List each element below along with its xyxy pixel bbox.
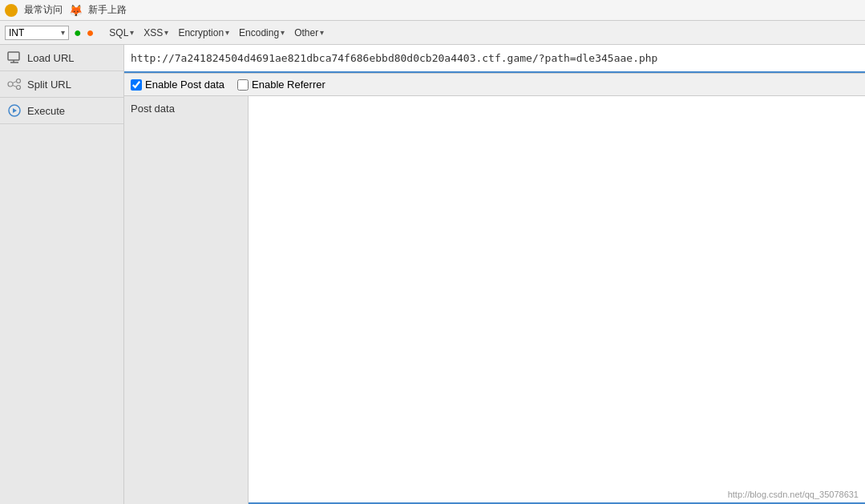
firefox-icon: 🦊 xyxy=(69,4,82,17)
sidebar: Load URL Split URL Execute xyxy=(0,45,124,504)
sidebar-item-split-url[interactable]: Split URL xyxy=(0,71,123,98)
svg-point-3 xyxy=(17,86,21,90)
split-url-icon xyxy=(6,76,22,92)
orange-dot: ● xyxy=(87,26,95,39)
other-menu[interactable]: Other▾ xyxy=(292,26,326,39)
enable-referrer-label[interactable]: Enable Referrer xyxy=(237,79,325,91)
content-area: Enable Post data Enable Referrer Post da… xyxy=(124,45,865,504)
load-url-label: Load URL xyxy=(27,52,75,64)
toolbar: INT ▾ ● ● SQL▾ XSS▾ Encryption▾ Encoding… xyxy=(0,21,865,45)
post-data-textarea[interactable] xyxy=(249,96,865,504)
sql-menu[interactable]: SQL▾ xyxy=(107,26,136,39)
svg-rect-0 xyxy=(8,52,19,60)
url-input[interactable] xyxy=(124,45,865,73)
bookmark-label-2[interactable]: 新手上路 xyxy=(88,3,127,17)
sidebar-item-execute[interactable]: Execute xyxy=(0,98,123,124)
enable-post-data-label[interactable]: Enable Post data xyxy=(131,79,224,91)
green-dot: ● xyxy=(74,26,82,39)
load-url-icon xyxy=(6,50,22,66)
bookmark-folder-icon xyxy=(5,4,18,17)
enable-post-data-text: Enable Post data xyxy=(145,79,224,91)
url-row xyxy=(124,45,865,74)
split-url-label: Split URL xyxy=(27,79,71,91)
enable-post-data-checkbox[interactable] xyxy=(131,79,142,91)
sidebar-item-load-url[interactable]: Load URL xyxy=(0,45,123,71)
svg-point-2 xyxy=(17,79,21,83)
svg-point-1 xyxy=(8,82,13,87)
checkboxes-row: Enable Post data Enable Referrer xyxy=(124,74,865,96)
type-select-value: INT xyxy=(9,27,24,38)
type-select-arrow: ▾ xyxy=(61,28,65,37)
watermark-text: http://blog.csdn.net/qq_35078631 xyxy=(728,490,859,499)
encoding-menu[interactable]: Encoding▾ xyxy=(236,26,287,39)
bookmark-bar: 最常访问 🦊 新手上路 xyxy=(0,0,865,21)
execute-label: Execute xyxy=(27,105,65,117)
execute-icon xyxy=(6,103,22,119)
main-panel: Load URL Split URL Execute xyxy=(0,45,865,504)
post-data-row: Post data xyxy=(124,96,865,504)
enable-referrer-text: Enable Referrer xyxy=(252,79,325,91)
xss-menu[interactable]: XSS▾ xyxy=(141,26,171,39)
post-data-label: Post data xyxy=(124,96,249,504)
post-data-section: Enable Post data Enable Referrer Post da… xyxy=(124,74,865,504)
encryption-menu[interactable]: Encryption▾ xyxy=(176,26,232,39)
enable-referrer-checkbox[interactable] xyxy=(237,79,249,91)
bookmark-label-1[interactable]: 最常访问 xyxy=(24,3,63,17)
watermark: http://blog.csdn.net/qq_35078631 xyxy=(728,490,859,499)
type-select[interactable]: INT ▾ xyxy=(5,26,69,40)
